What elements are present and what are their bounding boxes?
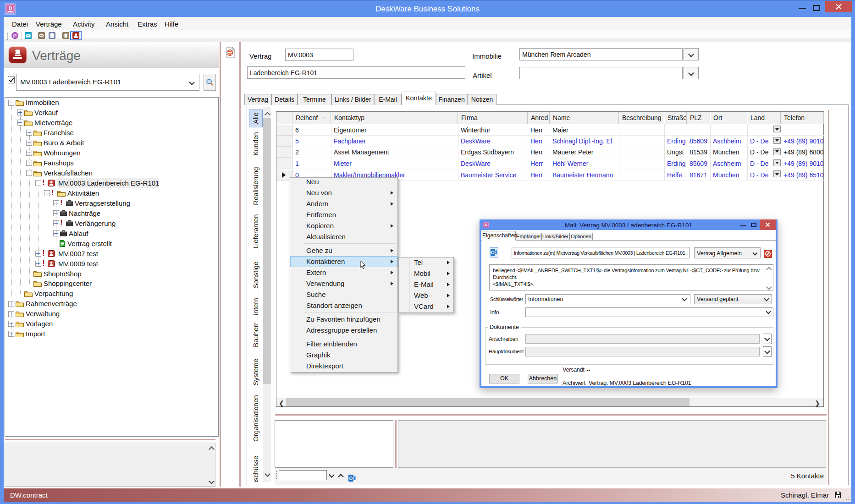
svg-text:P: P: [13, 33, 17, 38]
svg-text:O: O: [349, 476, 353, 481]
svg-text:O: O: [491, 250, 495, 255]
